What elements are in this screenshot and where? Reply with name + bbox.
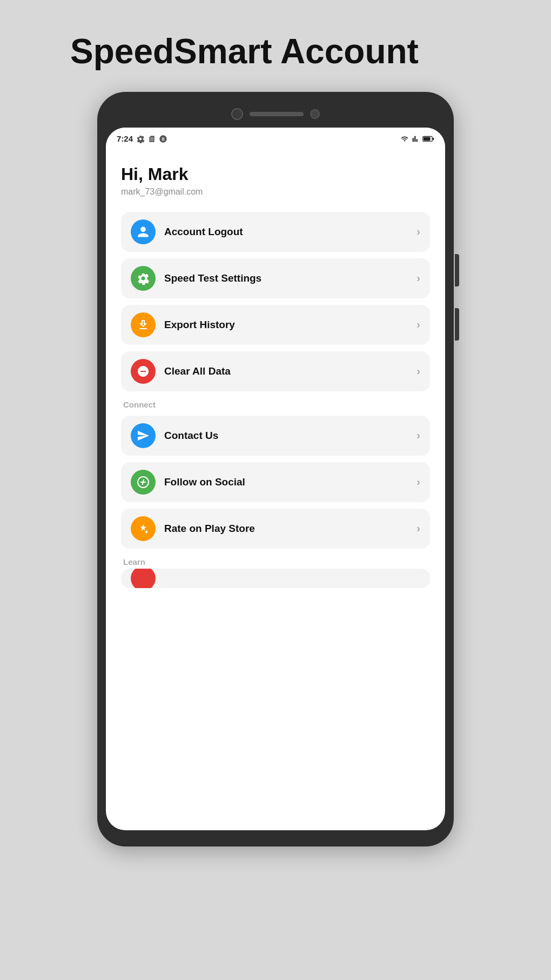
sensor (310, 109, 320, 119)
rate-on-play-store-label: Rate on Play Store (164, 523, 255, 535)
gear-status-icon (136, 135, 145, 143)
clear-all-data-label: Clear All Data (164, 365, 231, 377)
battery-icon (422, 136, 434, 142)
contact-us-label: Contact Us (164, 430, 218, 442)
sim-status-icon (148, 135, 156, 143)
phone-device: 7:24 (97, 92, 454, 846)
minus-circle-icon (137, 365, 150, 378)
signal-icon (412, 135, 420, 143)
connect-section-label: Connect (123, 400, 430, 409)
page-title: SpeedSmart Account (70, 32, 481, 70)
greeting-name: Hi, Mark (121, 164, 430, 184)
follow-on-social-label: Follow on Social (164, 476, 245, 488)
export-history-icon-circle (131, 312, 156, 337)
speed-test-settings-item[interactable]: Speed Test Settings › (121, 258, 430, 298)
speed-test-settings-left: Speed Test Settings (131, 266, 261, 291)
learn-partial-left (131, 569, 156, 588)
export-history-left: Export History (131, 312, 235, 337)
export-history-item[interactable]: Export History › (121, 305, 430, 345)
contact-us-chevron: › (416, 429, 420, 442)
phone-screen: 7:24 (106, 128, 445, 830)
volume-button (455, 254, 459, 286)
wifi-icon (400, 135, 409, 143)
speed-test-settings-icon-circle (131, 266, 156, 291)
learn-partial-item[interactable] (121, 569, 430, 588)
greeting-email: mark_73@gmail.com (121, 187, 430, 197)
screen-content: Hi, Mark mark_73@gmail.com Account Logou… (106, 148, 445, 605)
front-camera (231, 108, 243, 120)
svg-rect-2 (433, 138, 434, 141)
svg-rect-1 (424, 137, 431, 141)
person-icon (137, 225, 150, 238)
contact-us-icon-circle (131, 423, 156, 448)
rate-on-play-store-chevron: › (416, 522, 420, 535)
account-logout-label: Account Logout (164, 226, 243, 238)
download-icon (137, 318, 150, 331)
settings-icon (137, 272, 150, 285)
send-icon (137, 429, 150, 442)
account-logout-left: Account Logout (131, 219, 243, 244)
circle-slash-status-icon (159, 135, 167, 143)
rate-on-play-store-item[interactable]: Rate on Play Store › (121, 509, 430, 549)
hashtag-icon (137, 476, 150, 489)
rate-on-play-store-icon-circle (131, 516, 156, 541)
phone-top-bar (106, 103, 445, 128)
status-bar: 7:24 (106, 128, 445, 148)
clear-all-data-item[interactable]: Clear All Data › (121, 351, 430, 391)
power-button (455, 308, 459, 341)
clear-all-data-left: Clear All Data (131, 359, 231, 384)
account-logout-icon-circle (131, 219, 156, 244)
star-plus-icon (137, 522, 150, 535)
status-right (400, 135, 434, 143)
account-logout-chevron: › (416, 225, 420, 238)
learn-section-label: Learn (123, 557, 430, 566)
speed-test-settings-chevron: › (416, 272, 420, 284)
clear-all-data-icon-circle (131, 359, 156, 384)
rate-on-play-store-left: Rate on Play Store (131, 516, 255, 541)
learn-partial-icon (131, 569, 156, 588)
follow-on-social-left: Follow on Social (131, 470, 245, 495)
follow-on-social-icon-circle (131, 470, 156, 495)
account-logout-item[interactable]: Account Logout › (121, 212, 430, 252)
clear-all-data-chevron: › (416, 365, 420, 377)
export-history-chevron: › (416, 318, 420, 331)
export-history-label: Export History (164, 319, 235, 331)
speed-test-settings-label: Speed Test Settings (164, 272, 261, 284)
follow-on-social-item[interactable]: Follow on Social › (121, 462, 430, 502)
status-time: 7:24 (117, 134, 133, 143)
contact-us-left: Contact Us (131, 423, 218, 448)
contact-us-item[interactable]: Contact Us › (121, 416, 430, 456)
follow-on-social-chevron: › (416, 476, 420, 488)
speaker (250, 112, 304, 116)
status-left: 7:24 (117, 134, 167, 143)
